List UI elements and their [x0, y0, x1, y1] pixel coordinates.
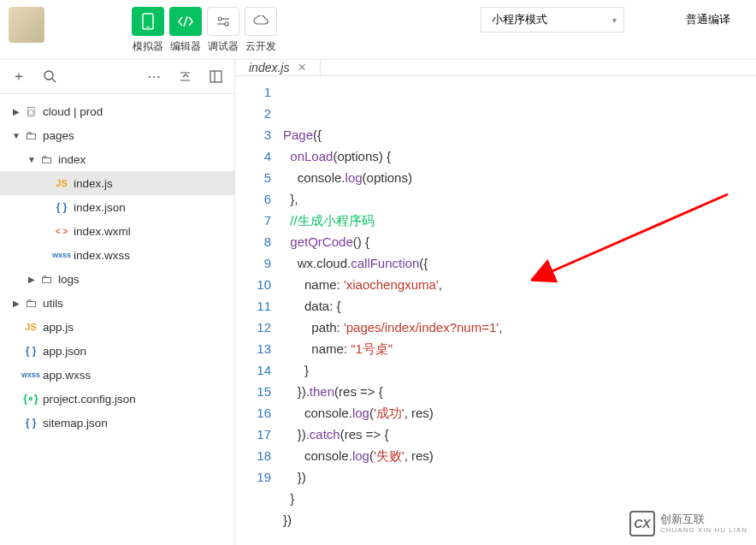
tab-label: index.js — [249, 61, 289, 74]
code-line: wx.cloud.callFunction({ — [283, 252, 756, 274]
tree-item-label: app.js — [43, 321, 74, 334]
mode-select-value: 小程序模式 — [492, 12, 547, 27]
line-number: 14 — [235, 359, 271, 381]
svg-point-6 — [44, 71, 53, 80]
line-number: 9 — [235, 252, 271, 274]
tree-item-index-wxss[interactable]: wxssindex.wxss — [0, 243, 234, 267]
tree-item-project-config-json[interactable]: {∘}project.config.json — [0, 387, 234, 411]
line-number: 6 — [235, 188, 271, 210]
tab-bar: index.js × — [235, 60, 756, 76]
line-number: 19 — [235, 466, 271, 488]
tree-item-label: index.wxss — [74, 249, 130, 262]
json-icon: { } — [22, 345, 39, 357]
code-line: name: 'xiaochengxuma', — [283, 274, 756, 295]
sidebar: ＋ ⋯ ▶⌼cloud | prod▼🗀pages▼🗀indexJSindex.… — [0, 60, 235, 545]
tree-item-label: app.json — [43, 345, 86, 358]
code-content[interactable]: Page({ onLoad(options) { console.log(opt… — [283, 76, 756, 545]
tree-item-app-js[interactable]: JSapp.js — [0, 315, 234, 339]
tree-item-label: app.wxss — [43, 369, 91, 382]
code-line: path: 'pages/index/index?num=1', — [283, 317, 756, 338]
code-line: onLoad(options) { — [283, 145, 756, 167]
app-project-icon[interactable] — [9, 7, 44, 43]
tab-index-js[interactable]: index.js × — [235, 60, 321, 75]
tree-item-label: pages — [43, 129, 74, 142]
editor-label: 编辑器 — [170, 39, 201, 54]
folder-icon: 🗀 — [38, 272, 55, 286]
svg-line-7 — [52, 79, 56, 82]
tree-arrow-icon: ▼ — [26, 155, 38, 164]
tree-item-index[interactable]: ▼🗀index — [0, 147, 234, 171]
tree-item-index-js[interactable]: JSindex.js — [0, 171, 234, 195]
json-icon: { } — [22, 417, 39, 429]
code-line: }, — [283, 188, 756, 210]
editor-button[interactable]: 编辑器 — [169, 7, 202, 54]
line-number: 12 — [235, 317, 271, 338]
tree-item-index-wxml[interactable]: < >index.wxml — [0, 219, 234, 243]
watermark: CX 创新互联 CHUANG XIN HU LIAN — [629, 511, 747, 536]
add-file-icon[interactable]: ＋ — [7, 65, 31, 89]
mode-select[interactable]: 小程序模式 — [481, 7, 624, 33]
tree-arrow-icon: ▶ — [10, 107, 22, 116]
tree-item-utils[interactable]: ▶🗀utils — [0, 291, 234, 315]
svg-point-2 — [218, 17, 221, 21]
tree-item-label: index.js — [74, 177, 113, 190]
line-number: 11 — [235, 295, 271, 317]
tree-item-logs[interactable]: ▶🗀logs — [0, 267, 234, 291]
phone-icon — [132, 7, 164, 36]
main-area: ＋ ⋯ ▶⌼cloud | prod▼🗀pages▼🗀indexJSindex.… — [0, 60, 756, 545]
code-line: Page({ — [283, 124, 756, 145]
code-line: data: { — [283, 295, 756, 317]
code-line: console.log('成功', res) — [283, 402, 756, 424]
watermark-logo: CX — [629, 511, 655, 536]
close-icon[interactable]: × — [298, 60, 305, 75]
tree-item-index-json[interactable]: { }index.json — [0, 195, 234, 219]
split-icon[interactable] — [204, 65, 227, 89]
line-number: 3 — [235, 124, 271, 145]
tree-item-pages[interactable]: ▼🗀pages — [0, 123, 234, 147]
tree-item-label: cloud | prod — [43, 105, 103, 118]
tree-item-label: logs — [58, 273, 80, 286]
watermark-cn: 创新互联 — [660, 512, 747, 526]
mode-controls: 小程序模式 普通编译 — [481, 7, 747, 33]
search-icon[interactable] — [38, 65, 62, 89]
line-number: 7 — [235, 210, 271, 231]
tree-item-app-json[interactable]: { }app.json — [0, 339, 234, 363]
tree-item-sitemap-json[interactable]: { }sitemap.json — [0, 411, 234, 435]
line-number: 4 — [235, 145, 271, 167]
more-icon[interactable]: ⋯ — [142, 65, 166, 89]
code-line: console.log(options) — [283, 167, 756, 188]
wxss-icon: wxss — [22, 370, 39, 379]
debugger-button[interactable]: 调试器 — [207, 7, 239, 54]
code-line: } — [283, 488, 756, 509]
cloud-dev-button[interactable]: 云开发 — [245, 7, 277, 54]
line-number: 2 — [235, 103, 271, 124]
json-icon: { } — [53, 201, 70, 213]
config-icon: {∘} — [22, 393, 39, 405]
tree-item-app-wxss[interactable]: wxssapp.wxss — [0, 363, 234, 387]
code-line: //生成小程序码 — [283, 210, 756, 231]
folder-icon: 🗀 — [22, 128, 39, 142]
line-number: 5 — [235, 167, 271, 188]
code-line: }).catch(res => { — [283, 424, 756, 445]
cloud-label: 云开发 — [245, 39, 276, 54]
folder-cloud-icon: ⌼ — [22, 104, 39, 118]
simulator-label: 模拟器 — [133, 39, 163, 54]
line-number: 13 — [235, 338, 271, 359]
tree-item-label: index — [58, 153, 86, 166]
simulator-button[interactable]: 模拟器 — [132, 7, 164, 54]
collapse-icon[interactable] — [173, 65, 197, 89]
code-line: }) — [283, 466, 756, 488]
code-line: }).then(res => { — [283, 381, 756, 402]
tree-item-label: project.config.json — [43, 393, 136, 406]
top-toolbar: 模拟器 编辑器 调试器 云开发 小程序模式 普通编译 — [0, 0, 756, 60]
line-number: 15 — [235, 381, 271, 402]
folder-icon: 🗀 — [38, 152, 55, 166]
code-editor[interactable]: 12345678910111213141516171819 Page({ onL… — [235, 76, 756, 545]
line-number: 17 — [235, 424, 271, 445]
tree-item-cloud---prod[interactable]: ▶⌼cloud | prod — [0, 99, 234, 123]
code-icon — [169, 7, 202, 36]
compile-label[interactable]: 普通编译 — [686, 12, 730, 27]
svg-rect-1 — [146, 27, 150, 27]
sidebar-toolbar: ＋ ⋯ — [0, 60, 234, 94]
wxml-icon: < > — [53, 227, 70, 236]
